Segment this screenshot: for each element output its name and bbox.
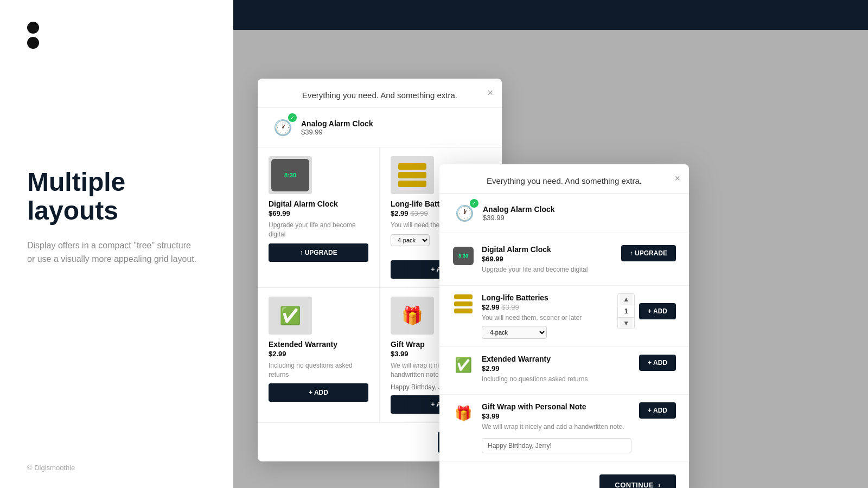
battery-visual bbox=[393, 159, 431, 191]
modal-back-close-icon[interactable]: × bbox=[487, 87, 493, 99]
front-product-icon-wrap: 🕐 ✓ bbox=[452, 201, 476, 225]
warranty-icon: ✅ bbox=[279, 305, 301, 326]
list-item-3-desc: Including no questions asked returns bbox=[482, 375, 631, 384]
copyright: © Digismoothie bbox=[27, 464, 75, 472]
list-item-1-name: Digital Alarm Clock bbox=[482, 245, 614, 254]
modal-front-header: Everything you need. And something extra… bbox=[439, 164, 689, 194]
modal-front-title: Everything you need. And something extra… bbox=[487, 176, 642, 185]
modal-back-header: Everything you need. And something extra… bbox=[258, 79, 502, 108]
list-item-3-price: $2.99 bbox=[482, 364, 631, 373]
headline: Multiplelayouts bbox=[27, 168, 206, 226]
gift-note-input[interactable] bbox=[482, 438, 631, 453]
list-item-3-add-button[interactable]: + ADD bbox=[639, 355, 676, 371]
logo-dot-bottom bbox=[27, 37, 39, 49]
modal-front-footer: CONTINUE › bbox=[439, 466, 689, 488]
list-item-3-name: Extended Warranty bbox=[482, 355, 631, 363]
dark-bar bbox=[233, 0, 868, 30]
modal-front: Everything you need. And something extra… bbox=[439, 164, 689, 488]
logo-dot-top bbox=[27, 22, 39, 34]
check-badge-icon: ✓ bbox=[288, 113, 297, 122]
list-item-2-icon bbox=[452, 293, 474, 315]
warranty-image: ✅ bbox=[269, 297, 312, 335]
right-panel: Everything you need. And something extra… bbox=[233, 0, 868, 488]
list-item-2-desc: You will need them, sooner or later bbox=[482, 313, 610, 323]
grid-item-3-price: $2.99 bbox=[269, 350, 368, 358]
list-items: 8:30 Digital Alarm Clock $69.99 Upgrade … bbox=[439, 233, 689, 466]
product-info: Analog Alarm Clock $39.99 bbox=[301, 119, 373, 136]
grid-item-warranty: ✅ Extended Warranty $2.99 Including no q… bbox=[258, 288, 380, 423]
list-item-1-btn-wrap: ↑ UPGRADE bbox=[621, 245, 676, 261]
list-battery-visual bbox=[453, 294, 474, 314]
grid-item-3-desc: Including no questions asked returns bbox=[269, 361, 368, 380]
grid-item-1-price: $69.99 bbox=[269, 209, 368, 217]
front-product-name: Analog Alarm Clock bbox=[483, 205, 555, 214]
list-item-4-desc: We will wrap it nicely and add a handwri… bbox=[482, 422, 631, 432]
continue-arrow-icon: › bbox=[658, 481, 661, 488]
front-product-info: Analog Alarm Clock $39.99 bbox=[483, 205, 555, 222]
grid-item-1-desc: Upgrade your life and become digital bbox=[269, 221, 368, 239]
list-item-4-content: Gift Wrap with Personal Note $3.99 We wi… bbox=[482, 402, 631, 453]
list-item-2-name: Long-life Batteries bbox=[482, 293, 610, 302]
list-item-3-btn-wrap: + ADD bbox=[639, 355, 676, 371]
list-item-1-icon: 8:30 bbox=[452, 245, 474, 267]
modal-back-product: 🕐 ✓ Analog Alarm Clock $39.99 bbox=[258, 108, 502, 147]
grid-item-1-upgrade-button[interactable]: ↑ UPGRADE bbox=[269, 243, 368, 262]
back-product-name: Analog Alarm Clock bbox=[301, 119, 373, 128]
qty-down-button[interactable]: ▼ bbox=[620, 318, 633, 329]
product-icon-wrap: 🕐 ✓ bbox=[271, 115, 295, 139]
list-item-2-add-button[interactable]: + ADD bbox=[639, 303, 676, 319]
gift-image: 🎁 bbox=[391, 297, 434, 335]
list-item-2-price: $2.99 $3.99 bbox=[482, 303, 610, 311]
digital-clock-visual: 8:30 bbox=[271, 159, 309, 191]
list-item-3-icon: ✅ bbox=[452, 355, 474, 376]
back-product-price: $39.99 bbox=[301, 128, 373, 136]
grid-item-3-name: Extended Warranty bbox=[269, 340, 368, 349]
list-item-1-upgrade-button[interactable]: ↑ UPGRADE bbox=[621, 245, 676, 261]
logo bbox=[27, 22, 206, 49]
front-product-price: $39.99 bbox=[483, 214, 555, 222]
qty-up-button[interactable]: ▲ bbox=[620, 294, 633, 305]
list-item-2-content: Long-life Batteries $2.99 $3.99 You will… bbox=[482, 293, 610, 339]
list-item-digital-clock: 8:30 Digital Alarm Clock $69.99 Upgrade … bbox=[439, 237, 689, 286]
modal-front-close-icon[interactable]: × bbox=[674, 173, 680, 184]
list-item-1-content: Digital Alarm Clock $69.99 Upgrade your … bbox=[482, 245, 614, 278]
qty-input[interactable] bbox=[618, 305, 634, 318]
list-item-3-content: Extended Warranty $2.99 Including no que… bbox=[482, 355, 631, 387]
left-panel: Multiplelayouts Display offers in a comp… bbox=[0, 0, 233, 488]
grid-item-1-name: Digital Alarm Clock bbox=[269, 200, 368, 208]
list-item-batteries: Long-life Batteries $2.99 $3.99 You will… bbox=[439, 286, 689, 347]
continue-button[interactable]: CONTINUE › bbox=[599, 474, 676, 488]
list-item-2-select[interactable]: 4-pack 8-pack bbox=[482, 326, 547, 339]
list-item-4-icon: 🎁 bbox=[452, 402, 474, 424]
digital-clock-image: 8:30 bbox=[269, 156, 312, 194]
grid-item-3-add-button[interactable]: + ADD bbox=[269, 383, 368, 402]
gift-icon: 🎁 bbox=[401, 305, 423, 326]
list-item-1-desc: Upgrade your life and become digital bbox=[482, 265, 614, 274]
list-item-4-price: $3.99 bbox=[482, 412, 631, 420]
list-digital-clock-visual: 8:30 bbox=[453, 247, 474, 265]
list-gift-icon: 🎁 bbox=[455, 405, 472, 422]
list-warranty-icon: ✅ bbox=[455, 357, 472, 374]
list-item-2-btn-wrap: ▲ ▼ + ADD bbox=[617, 293, 676, 329]
subtext: Display offers in a compact "tree" struc… bbox=[27, 239, 201, 266]
grid-item-digital-clock: 8:30 Digital Alarm Clock $69.99 Upgrade … bbox=[258, 147, 380, 288]
list-item-4-name: Gift Wrap with Personal Note bbox=[482, 402, 631, 411]
front-check-badge-icon: ✓ bbox=[470, 199, 478, 208]
list-item-warranty: ✅ Extended Warranty $2.99 Including no q… bbox=[439, 347, 689, 395]
batteries-image bbox=[391, 156, 434, 194]
continue-label: CONTINUE bbox=[615, 481, 654, 488]
list-item-4-add-button[interactable]: + ADD bbox=[639, 402, 676, 419]
list-item-gift: 🎁 Gift Wrap with Personal Note $3.99 We … bbox=[439, 395, 689, 461]
grid-item-2-select[interactable]: 4-pack 8-pack bbox=[391, 234, 430, 246]
modal-front-product: 🕐 ✓ Analog Alarm Clock $39.99 bbox=[439, 194, 689, 233]
modal-back-title: Everything you need. And something extra… bbox=[302, 91, 457, 100]
gray-bg: Everything you need. And something extra… bbox=[233, 30, 868, 488]
list-item-4-btn-wrap: + ADD bbox=[639, 402, 676, 419]
list-item-1-price: $69.99 bbox=[482, 255, 614, 263]
quantity-stepper: ▲ ▼ bbox=[617, 293, 635, 329]
